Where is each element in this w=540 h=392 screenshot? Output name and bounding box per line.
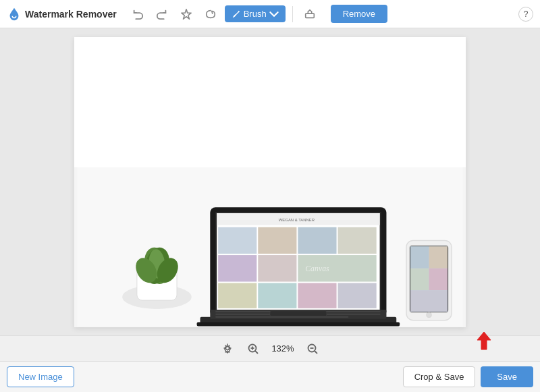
svg-rect-39 xyxy=(410,269,429,291)
svg-rect-18 xyxy=(338,227,377,254)
svg-rect-26 xyxy=(338,283,377,308)
remove-label: Remove xyxy=(343,9,375,19)
svg-line-47 xyxy=(255,351,258,354)
svg-rect-19 xyxy=(218,255,256,281)
help-button[interactable]: ? xyxy=(518,7,533,22)
app-title: Watermark Remover xyxy=(25,9,117,20)
remove-button[interactable]: Remove xyxy=(331,5,387,23)
down-arrow-icon xyxy=(472,329,496,354)
footer: New Image Crop & Save Save xyxy=(0,361,540,392)
app-logo: Watermark Remover xyxy=(7,7,117,22)
svg-rect-24 xyxy=(258,283,296,308)
zoom-out-button[interactable] xyxy=(304,341,321,356)
svg-marker-0 xyxy=(181,9,190,18)
crop-save-button[interactable]: Crop & Save xyxy=(403,366,476,387)
svg-text:WEGAN & TANNER: WEGAN & TANNER xyxy=(279,218,315,222)
footer-right-actions: Crop & Save Save xyxy=(403,366,533,387)
save-button[interactable]: Save xyxy=(481,366,533,387)
image-container[interactable]: WEGAN & TANNER Canvas xyxy=(74,37,466,327)
svg-line-50 xyxy=(315,351,317,354)
toolbar-divider-1 xyxy=(292,6,293,22)
image-bottom: WEGAN & TANNER Canvas xyxy=(74,167,466,327)
svg-rect-40 xyxy=(429,269,448,291)
canvas-area: WEGAN & TANNER Canvas xyxy=(0,28,540,335)
svg-text:Canvas: Canvas xyxy=(305,264,329,273)
svg-rect-23 xyxy=(218,283,256,308)
svg-marker-51 xyxy=(477,332,491,349)
download-arrow-indicator xyxy=(472,329,496,354)
mockup-scene-svg: WEGAN & TANNER Canvas xyxy=(74,167,466,327)
brush-label: Brush xyxy=(244,9,267,19)
svg-rect-16 xyxy=(258,227,296,254)
brush-button[interactable]: Brush xyxy=(225,5,286,22)
svg-rect-25 xyxy=(298,283,336,308)
svg-rect-41 xyxy=(410,290,448,312)
new-image-label: New Image xyxy=(18,372,63,382)
svg-rect-20 xyxy=(258,255,296,281)
undo-button[interactable] xyxy=(128,5,148,23)
svg-rect-32 xyxy=(215,316,348,318)
new-image-button[interactable]: New Image xyxy=(7,366,74,387)
bottom-controls: 132% xyxy=(0,335,540,361)
toolbar: Watermark Remover Brush xyxy=(0,0,540,28)
lasso-tool-button[interactable] xyxy=(200,5,221,23)
svg-rect-37 xyxy=(410,246,429,269)
svg-rect-33 xyxy=(270,311,327,316)
help-label: ? xyxy=(524,9,529,19)
redo-button[interactable] xyxy=(152,5,172,23)
svg-rect-38 xyxy=(429,246,448,269)
svg-rect-15 xyxy=(218,227,256,254)
zoom-in-button[interactable] xyxy=(244,341,262,356)
app-logo-icon xyxy=(7,7,22,22)
pan-tool-button[interactable] xyxy=(219,341,236,356)
save-label: Save xyxy=(497,372,517,382)
eraser-tool-button[interactable] xyxy=(300,5,320,23)
svg-rect-1 xyxy=(305,13,314,18)
svg-point-42 xyxy=(427,312,432,318)
crop-save-label: Crop & Save xyxy=(414,372,464,382)
zoom-level: 132% xyxy=(270,343,296,354)
magic-tool-button[interactable] xyxy=(176,5,196,23)
svg-rect-17 xyxy=(298,227,336,254)
svg-rect-28 xyxy=(197,323,400,327)
image-top xyxy=(74,37,466,168)
